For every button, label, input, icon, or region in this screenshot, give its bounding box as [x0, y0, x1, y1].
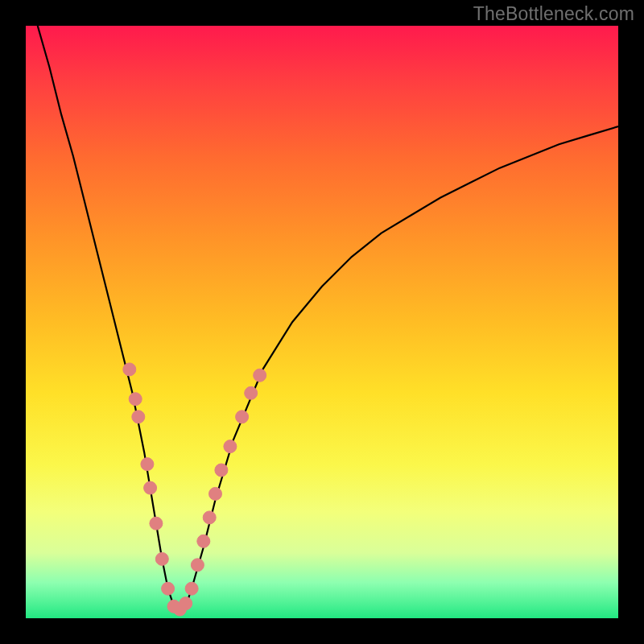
svg-point-16	[215, 464, 228, 477]
svg-point-18	[236, 411, 249, 423]
svg-point-11	[185, 582, 198, 595]
plot-area	[26, 26, 618, 618]
svg-point-0	[123, 363, 136, 376]
svg-point-4	[144, 481, 157, 494]
svg-point-10	[180, 597, 192, 610]
svg-point-19	[245, 386, 258, 399]
svg-point-7	[162, 582, 175, 595]
svg-point-3	[141, 458, 154, 471]
svg-point-14	[203, 511, 216, 524]
svg-point-17	[224, 440, 237, 453]
svg-point-13	[197, 535, 210, 547]
svg-point-1	[129, 393, 142, 406]
svg-point-15	[209, 487, 222, 500]
bottleneck-curve	[26, 26, 618, 618]
svg-point-12	[191, 559, 204, 572]
svg-point-6	[155, 552, 168, 565]
svg-point-20	[254, 369, 266, 382]
svg-point-5	[150, 517, 163, 530]
watermark-text: TheBottleneck.com	[473, 3, 634, 25]
svg-point-2	[132, 411, 145, 423]
chart-frame: TheBottleneck.com	[0, 0, 644, 644]
